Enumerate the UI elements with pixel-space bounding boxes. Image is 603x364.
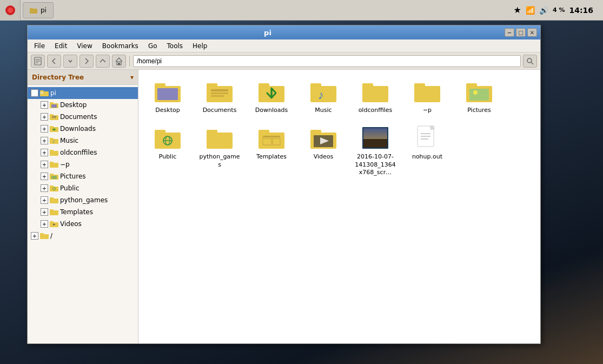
public-label: Public <box>159 153 177 161</box>
forward-icon <box>82 57 91 65</box>
file-item-documents[interactable]: Documents <box>196 75 243 117</box>
svg-rect-48 <box>157 88 178 100</box>
screenshot-label: 2016-10-07-141308_1364x768_scr… <box>354 153 397 176</box>
pictures-folder-icon <box>50 172 58 181</box>
file-item-minusp[interactable]: −p <box>403 75 451 117</box>
expand-videos[interactable]: + <box>41 220 48 228</box>
expand-music[interactable]: + <box>41 137 48 144</box>
expand-public[interactable]: + <box>41 184 48 192</box>
python-games-folder-icon <box>50 196 58 204</box>
tree-label-pictures: Pictures <box>60 173 86 180</box>
tree-item-oldconffiles[interactable]: + oldconffiles <box>37 147 138 158</box>
svg-rect-44 <box>40 234 49 239</box>
desktop-folder-icon <box>155 78 181 104</box>
file-item-desktop[interactable]: Desktop <box>144 75 191 117</box>
tree-item-public[interactable]: + Public <box>37 182 138 194</box>
expand-pictures[interactable]: + <box>41 173 48 180</box>
file-item-nohup[interactable]: nohup.out <box>403 122 451 180</box>
menu-tools[interactable]: Tools <box>163 41 188 51</box>
nohup-icon <box>414 125 440 151</box>
expand-python-games[interactable]: + <box>41 196 48 204</box>
public-folder-icon <box>50 184 58 193</box>
sidebar-collapse-icon[interactable]: ▾ <box>130 74 134 81</box>
downloads-label: Downloads <box>255 107 288 114</box>
toolbar-back-button[interactable] <box>47 55 61 68</box>
menu-go[interactable]: Go <box>144 41 162 51</box>
minusp-folder-icon <box>50 160 58 169</box>
public-folder-icon <box>155 125 181 151</box>
expand-templates[interactable]: + <box>41 208 48 216</box>
documents-label: Documents <box>203 107 237 114</box>
tree-item-downloads[interactable]: + Downloads <box>37 123 138 135</box>
documents-folder-icon <box>207 78 233 104</box>
expand-downloads[interactable]: + <box>41 125 48 133</box>
svg-rect-42 <box>50 221 54 223</box>
menu-file[interactable]: File <box>30 41 49 51</box>
file-item-downloads[interactable]: Downloads <box>248 75 295 117</box>
expand-documents[interactable]: + <box>41 113 48 121</box>
tree-label-root: / <box>50 232 52 240</box>
svg-rect-9 <box>118 63 120 65</box>
file-item-templates[interactable]: Templates <box>248 122 295 180</box>
main-content: Directory Tree ▾ − pi <box>28 70 540 343</box>
svg-point-14 <box>41 91 43 94</box>
toolbar-home-button[interactable] <box>112 55 126 68</box>
menu-bookmarks[interactable]: Bookmarks <box>98 41 143 51</box>
tree-label-downloads: Downloads <box>60 125 96 133</box>
toolbar-forward-button[interactable] <box>79 55 94 68</box>
tree-item-videos[interactable]: + Videos <box>37 218 138 230</box>
file-item-python-games[interactable]: python_games <box>196 122 243 180</box>
folder-icon <box>30 7 37 14</box>
expand-oldconffiles[interactable]: + <box>41 149 48 156</box>
tree-label-python-games: python_games <box>60 196 108 204</box>
taskbar-system-tray: ★ 📶 🔊 4 % 14:16 <box>507 5 603 15</box>
tree-label-minusp: −p <box>60 161 70 168</box>
svg-rect-37 <box>50 198 58 203</box>
sidebar-header: Directory Tree ▾ <box>28 70 138 85</box>
tree-label-documents: Documents <box>60 113 97 121</box>
file-item-music[interactable]: ♪ Music <box>300 75 347 117</box>
minimize-button[interactable]: − <box>505 28 514 37</box>
tree-item-minusp[interactable]: + −p <box>37 158 138 170</box>
file-item-videos[interactable]: Videos <box>300 122 347 180</box>
maximize-button[interactable]: □ <box>516 28 526 37</box>
tree-item-templates[interactable]: + Templates <box>37 206 138 218</box>
tree-item-desktop[interactable]: + Desktop <box>37 99 138 111</box>
videos-folder-icon <box>50 220 58 228</box>
toolbar-up-button[interactable] <box>96 55 110 68</box>
toolbar-bookmarks-button[interactable] <box>31 55 45 68</box>
tree-item-documents[interactable]: + Documents <box>37 111 138 123</box>
menu-help[interactable]: Help <box>188 41 211 51</box>
oldconffiles-label: oldconffiles <box>359 107 393 114</box>
pi-folder-icon <box>40 89 49 97</box>
close-button[interactable]: ✕ <box>527 28 537 37</box>
tree-label-templates: Templates <box>60 208 93 216</box>
file-item-pictures[interactable]: Pictures <box>455 75 503 117</box>
menu-view[interactable]: View <box>72 41 96 51</box>
file-item-oldconffiles[interactable]: oldconffiles <box>352 75 399 117</box>
toolbar-search-button[interactable] <box>523 55 537 68</box>
file-item-screenshot[interactable]: 2016-10-07-141308_1364x768_scr… <box>352 122 399 180</box>
chevron-down-icon <box>68 58 73 64</box>
svg-rect-47 <box>155 83 165 89</box>
tree-item-music[interactable]: + ♪ Music <box>37 135 138 147</box>
svg-point-68 <box>473 90 478 95</box>
tree-label-pi: pi <box>50 89 56 97</box>
file-item-public[interactable]: Public <box>144 122 191 180</box>
svg-rect-55 <box>259 83 269 89</box>
expand-desktop[interactable]: + <box>41 101 48 109</box>
address-bar[interactable] <box>133 55 521 67</box>
tree-item-root[interactable]: + / <box>28 230 138 242</box>
tree-item-python-games[interactable]: + python_games <box>37 194 138 206</box>
tree-item-pictures[interactable]: + Pictures <box>37 170 138 182</box>
expand-root[interactable]: + <box>31 232 38 240</box>
toolbar-back-dropdown-button[interactable] <box>63 55 77 68</box>
taskbar-window-label: pi <box>41 6 47 14</box>
taskbar-window-button[interactable]: pi <box>23 2 54 18</box>
expand-pi[interactable]: − <box>31 89 38 97</box>
tree-item-pi[interactable]: − pi <box>28 87 138 99</box>
window-action-controls[interactable]: − □ ✕ <box>505 28 537 37</box>
menu-edit[interactable]: Edit <box>50 41 71 51</box>
desktop-folder-icon <box>50 101 58 109</box>
expand-minusp[interactable]: + <box>41 161 48 168</box>
